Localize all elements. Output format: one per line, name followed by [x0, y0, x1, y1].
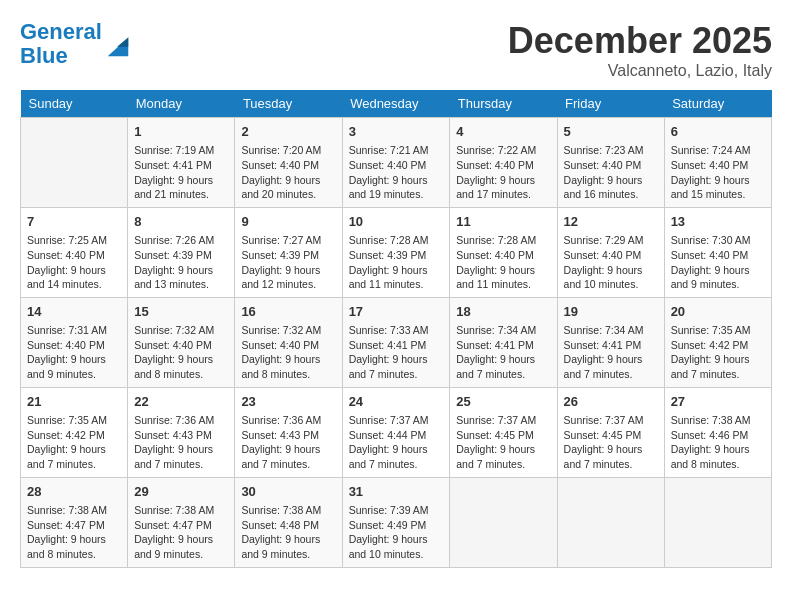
day-info: Sunrise: 7:19 AM Sunset: 4:41 PM Dayligh…: [134, 143, 228, 202]
calendar-week-row: 21Sunrise: 7:35 AM Sunset: 4:42 PM Dayli…: [21, 387, 772, 477]
weekday-header: Tuesday: [235, 90, 342, 118]
calendar-cell: 16Sunrise: 7:32 AM Sunset: 4:40 PM Dayli…: [235, 297, 342, 387]
calendar-cell: [557, 477, 664, 567]
day-number: 8: [134, 213, 228, 231]
calendar-cell: 31Sunrise: 7:39 AM Sunset: 4:49 PM Dayli…: [342, 477, 450, 567]
title-block: December 2025 Valcanneto, Lazio, Italy: [508, 20, 772, 80]
day-info: Sunrise: 7:30 AM Sunset: 4:40 PM Dayligh…: [671, 233, 765, 292]
page-header: General Blue December 2025 Valcanneto, L…: [20, 20, 772, 80]
weekday-header-row: SundayMondayTuesdayWednesdayThursdayFrid…: [21, 90, 772, 118]
day-number: 14: [27, 303, 121, 321]
day-number: 13: [671, 213, 765, 231]
day-number: 9: [241, 213, 335, 231]
calendar-cell: 4Sunrise: 7:22 AM Sunset: 4:40 PM Daylig…: [450, 118, 557, 208]
calendar-cell: 27Sunrise: 7:38 AM Sunset: 4:46 PM Dayli…: [664, 387, 771, 477]
day-info: Sunrise: 7:20 AM Sunset: 4:40 PM Dayligh…: [241, 143, 335, 202]
day-info: Sunrise: 7:36 AM Sunset: 4:43 PM Dayligh…: [134, 413, 228, 472]
calendar-cell: 13Sunrise: 7:30 AM Sunset: 4:40 PM Dayli…: [664, 207, 771, 297]
weekday-header: Thursday: [450, 90, 557, 118]
day-number: 19: [564, 303, 658, 321]
day-info: Sunrise: 7:21 AM Sunset: 4:40 PM Dayligh…: [349, 143, 444, 202]
calendar-week-row: 7Sunrise: 7:25 AM Sunset: 4:40 PM Daylig…: [21, 207, 772, 297]
day-number: 31: [349, 483, 444, 501]
day-info: Sunrise: 7:38 AM Sunset: 4:47 PM Dayligh…: [134, 503, 228, 562]
calendar-cell: 17Sunrise: 7:33 AM Sunset: 4:41 PM Dayli…: [342, 297, 450, 387]
day-number: 6: [671, 123, 765, 141]
calendar-cell: 18Sunrise: 7:34 AM Sunset: 4:41 PM Dayli…: [450, 297, 557, 387]
calendar-cell: 1Sunrise: 7:19 AM Sunset: 4:41 PM Daylig…: [128, 118, 235, 208]
day-number: 25: [456, 393, 550, 411]
day-info: Sunrise: 7:28 AM Sunset: 4:40 PM Dayligh…: [456, 233, 550, 292]
day-number: 18: [456, 303, 550, 321]
calendar-cell: 10Sunrise: 7:28 AM Sunset: 4:39 PM Dayli…: [342, 207, 450, 297]
day-info: Sunrise: 7:39 AM Sunset: 4:49 PM Dayligh…: [349, 503, 444, 562]
day-info: Sunrise: 7:22 AM Sunset: 4:40 PM Dayligh…: [456, 143, 550, 202]
day-info: Sunrise: 7:29 AM Sunset: 4:40 PM Dayligh…: [564, 233, 658, 292]
weekday-header: Friday: [557, 90, 664, 118]
day-info: Sunrise: 7:32 AM Sunset: 4:40 PM Dayligh…: [134, 323, 228, 382]
calendar-cell: 30Sunrise: 7:38 AM Sunset: 4:48 PM Dayli…: [235, 477, 342, 567]
day-info: Sunrise: 7:34 AM Sunset: 4:41 PM Dayligh…: [564, 323, 658, 382]
calendar-cell: 26Sunrise: 7:37 AM Sunset: 4:45 PM Dayli…: [557, 387, 664, 477]
day-number: 16: [241, 303, 335, 321]
calendar-cell: 9Sunrise: 7:27 AM Sunset: 4:39 PM Daylig…: [235, 207, 342, 297]
calendar-cell: 24Sunrise: 7:37 AM Sunset: 4:44 PM Dayli…: [342, 387, 450, 477]
location: Valcanneto, Lazio, Italy: [508, 62, 772, 80]
weekday-header: Sunday: [21, 90, 128, 118]
calendar-cell: 21Sunrise: 7:35 AM Sunset: 4:42 PM Dayli…: [21, 387, 128, 477]
day-number: 2: [241, 123, 335, 141]
day-number: 5: [564, 123, 658, 141]
day-number: 3: [349, 123, 444, 141]
day-number: 15: [134, 303, 228, 321]
day-number: 27: [671, 393, 765, 411]
day-number: 26: [564, 393, 658, 411]
calendar-cell: 14Sunrise: 7:31 AM Sunset: 4:40 PM Dayli…: [21, 297, 128, 387]
calendar-cell: 23Sunrise: 7:36 AM Sunset: 4:43 PM Dayli…: [235, 387, 342, 477]
calendar-week-row: 1Sunrise: 7:19 AM Sunset: 4:41 PM Daylig…: [21, 118, 772, 208]
weekday-header: Monday: [128, 90, 235, 118]
svg-marker-1: [117, 38, 128, 47]
calendar-cell: 28Sunrise: 7:38 AM Sunset: 4:47 PM Dayli…: [21, 477, 128, 567]
day-number: 22: [134, 393, 228, 411]
day-number: 10: [349, 213, 444, 231]
calendar-cell: [450, 477, 557, 567]
day-info: Sunrise: 7:34 AM Sunset: 4:41 PM Dayligh…: [456, 323, 550, 382]
logo-text: General Blue: [20, 20, 102, 68]
day-info: Sunrise: 7:37 AM Sunset: 4:44 PM Dayligh…: [349, 413, 444, 472]
calendar-cell: 8Sunrise: 7:26 AM Sunset: 4:39 PM Daylig…: [128, 207, 235, 297]
calendar-cell: [664, 477, 771, 567]
day-number: 17: [349, 303, 444, 321]
calendar-cell: 19Sunrise: 7:34 AM Sunset: 4:41 PM Dayli…: [557, 297, 664, 387]
day-info: Sunrise: 7:38 AM Sunset: 4:48 PM Dayligh…: [241, 503, 335, 562]
calendar-cell: 7Sunrise: 7:25 AM Sunset: 4:40 PM Daylig…: [21, 207, 128, 297]
day-info: Sunrise: 7:31 AM Sunset: 4:40 PM Dayligh…: [27, 323, 121, 382]
calendar-cell: 29Sunrise: 7:38 AM Sunset: 4:47 PM Dayli…: [128, 477, 235, 567]
day-number: 29: [134, 483, 228, 501]
day-info: Sunrise: 7:32 AM Sunset: 4:40 PM Dayligh…: [241, 323, 335, 382]
day-number: 12: [564, 213, 658, 231]
day-info: Sunrise: 7:36 AM Sunset: 4:43 PM Dayligh…: [241, 413, 335, 472]
calendar-week-row: 28Sunrise: 7:38 AM Sunset: 4:47 PM Dayli…: [21, 477, 772, 567]
day-number: 21: [27, 393, 121, 411]
day-info: Sunrise: 7:33 AM Sunset: 4:41 PM Dayligh…: [349, 323, 444, 382]
day-number: 23: [241, 393, 335, 411]
calendar-cell: 6Sunrise: 7:24 AM Sunset: 4:40 PM Daylig…: [664, 118, 771, 208]
calendar-cell: 15Sunrise: 7:32 AM Sunset: 4:40 PM Dayli…: [128, 297, 235, 387]
day-number: 30: [241, 483, 335, 501]
day-number: 7: [27, 213, 121, 231]
calendar-cell: 20Sunrise: 7:35 AM Sunset: 4:42 PM Dayli…: [664, 297, 771, 387]
calendar-cell: [21, 118, 128, 208]
day-info: Sunrise: 7:23 AM Sunset: 4:40 PM Dayligh…: [564, 143, 658, 202]
day-info: Sunrise: 7:38 AM Sunset: 4:46 PM Dayligh…: [671, 413, 765, 472]
day-number: 24: [349, 393, 444, 411]
day-number: 4: [456, 123, 550, 141]
day-info: Sunrise: 7:37 AM Sunset: 4:45 PM Dayligh…: [456, 413, 550, 472]
day-number: 11: [456, 213, 550, 231]
day-info: Sunrise: 7:38 AM Sunset: 4:47 PM Dayligh…: [27, 503, 121, 562]
day-info: Sunrise: 7:35 AM Sunset: 4:42 PM Dayligh…: [671, 323, 765, 382]
calendar-cell: 22Sunrise: 7:36 AM Sunset: 4:43 PM Dayli…: [128, 387, 235, 477]
calendar-cell: 3Sunrise: 7:21 AM Sunset: 4:40 PM Daylig…: [342, 118, 450, 208]
day-info: Sunrise: 7:37 AM Sunset: 4:45 PM Dayligh…: [564, 413, 658, 472]
day-number: 20: [671, 303, 765, 321]
calendar-cell: 11Sunrise: 7:28 AM Sunset: 4:40 PM Dayli…: [450, 207, 557, 297]
